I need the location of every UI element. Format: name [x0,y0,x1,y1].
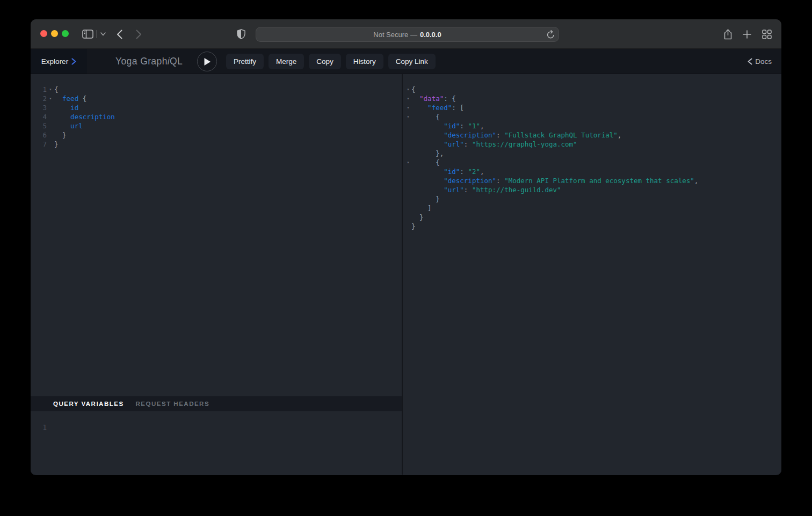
fold-arrow-icon[interactable]: ▾ [405,85,411,94]
prettify-button[interactable]: Prettify [226,54,264,69]
fold-gutter [405,194,411,204]
code-line: ▾ { [403,158,781,167]
code-token: "1" [468,121,480,130]
code-token: }, [411,149,444,158]
fold-arrow-icon[interactable]: ▾ [405,158,411,167]
code-token: "description" [444,176,496,185]
docs-label: Docs [755,57,772,66]
fold-gutter [47,121,54,130]
fold-gutter [405,167,411,176]
tab-request-headers[interactable]: REQUEST HEADERS [136,401,210,407]
explorer-label: Explorer [41,57,68,66]
code-line: 5 url [31,121,402,130]
fold-gutter [47,423,54,432]
code-token: "url" [444,185,464,194]
code-line: "url": "https://graphql-yoga.com" [403,140,781,149]
code-token: { [54,85,59,94]
code-token: "data" [419,94,444,103]
code-token [411,103,427,112]
code-line: 6 } [31,130,402,140]
code-token: : [496,176,504,185]
code-token: "Modern API Platform and ecosystem that … [504,176,694,185]
code-token: } [411,194,440,204]
fold-gutter [405,149,411,158]
privacy-shield-icon[interactable] [237,19,245,49]
new-tab-plus-icon[interactable] [743,19,751,49]
code-line: } [403,213,781,222]
code-line: 1▾{ [31,85,402,94]
code-token [411,176,444,185]
fold-gutter [405,185,411,194]
line-number: 4 [39,112,47,121]
fold-arrow-icon[interactable]: ▾ [47,85,54,94]
code-token [411,140,444,149]
fold-arrow-icon[interactable]: ▾ [47,94,54,103]
code-token: description [70,112,115,121]
copy-link-button[interactable]: Copy Link [388,54,436,69]
copy-button[interactable]: Copy [309,54,341,69]
code-token: "https://graphql-yoga.com" [472,140,577,149]
browser-window: Not Secure — 0.0.0.0 [31,19,781,475]
main-area: 1▾{2▾ feed {3 id4 description5 url6 }7} … [31,74,781,475]
code-token [54,112,70,121]
share-icon[interactable] [723,19,733,49]
forward-button-icon[interactable] [136,19,142,49]
code-token: feed [62,94,78,103]
code-line: 1 [31,423,402,432]
code-token: : [464,140,472,149]
tab-query-variables[interactable]: QUERY VARIABLES [53,401,124,407]
reload-icon[interactable] [547,30,555,39]
fold-gutter [405,130,411,140]
fold-arrow-icon[interactable]: ▾ [405,112,411,121]
query-variables-editor[interactable]: 1 [31,411,402,475]
code-token: "2" [468,167,480,176]
docs-button[interactable]: Docs [748,49,772,74]
play-icon [204,57,211,66]
code-line: "description": "Fullstack GraphQL Tutori… [403,130,781,140]
code-token [411,121,444,130]
close-window-button[interactable] [40,30,47,37]
code-line: ▾{ [403,85,781,94]
minimize-window-button[interactable] [51,30,58,37]
browser-titlebar: Not Secure — 0.0.0.0 [31,19,781,49]
fold-gutter [47,130,54,140]
code-token: } [54,130,67,140]
code-token: , [618,130,622,140]
execute-query-button[interactable] [197,52,217,71]
code-token [411,185,444,194]
fold-arrow-icon[interactable]: ▾ [405,94,411,103]
line-number: 1 [39,423,47,432]
code-line: 7} [31,140,402,149]
code-token: : [ [452,103,464,112]
history-button[interactable]: History [346,54,383,69]
code-line: 4 description [31,112,402,121]
merge-button[interactable]: Merge [269,54,304,69]
back-button-icon[interactable] [117,19,122,49]
chevron-left-icon [748,58,752,65]
tab-overview-icon[interactable] [762,19,772,49]
fold-arrow-icon[interactable]: ▾ [405,103,411,112]
line-number: 3 [39,103,47,112]
code-line: 2▾ feed { [31,94,402,103]
chevron-down-icon[interactable] [100,19,106,49]
secondary-editor-tabbar: QUERY VARIABLES REQUEST HEADERS [31,396,402,411]
query-editor[interactable]: 1▾{2▾ feed {3 id4 description5 url6 }7} [31,74,402,396]
sidebar-toggle-icon[interactable] [82,19,93,49]
code-line: "id": "1", [403,121,781,130]
address-bar[interactable]: Not Secure — 0.0.0.0 [256,27,559,42]
code-line: ▾ "data": { [403,94,781,103]
code-token: { [78,94,86,103]
code-token: "url" [444,140,464,149]
code-line: 3 id [31,103,402,112]
code-line: "description": "Modern API Platform and … [403,176,781,185]
line-number: 1 [39,85,47,94]
fold-gutter [405,222,411,231]
code-token: { [411,85,416,94]
explorer-toggle-button[interactable]: Explorer [31,49,87,74]
zoom-window-button[interactable] [62,30,69,37]
code-token: } [411,222,416,231]
code-token: url [70,121,83,130]
result-pane: ▾{▾ "data": {▾ "feed": [▾ { "id": "1", "… [403,74,781,475]
code-token: "id" [444,121,460,130]
code-token: , [480,121,484,130]
